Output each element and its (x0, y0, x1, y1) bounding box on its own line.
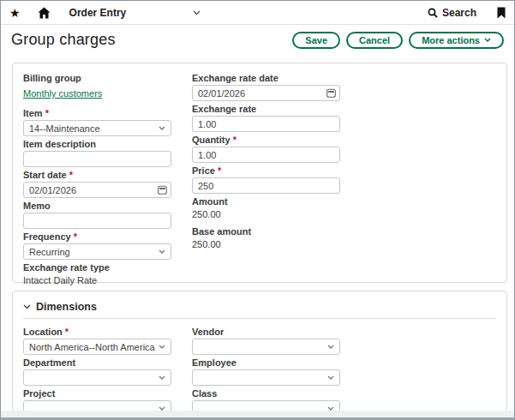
required-marker: * (65, 327, 69, 337)
frequency-select[interactable]: Recurring (23, 243, 171, 260)
item-select-value: 14--Maintenance (29, 123, 100, 134)
billing-group-field: Billing group Monthly customers (23, 72, 171, 105)
price-label: Price (192, 165, 215, 176)
amount-label: Amount (192, 196, 228, 207)
app-window: ★ Order Entry Search Group charges Save … (0, 0, 515, 420)
required-marker: * (69, 170, 73, 180)
item-label: Item (23, 108, 43, 118)
location-select[interactable]: North America--North America (23, 339, 171, 355)
employee-field: Employee (192, 357, 340, 386)
employee-label: Employee (192, 357, 237, 368)
exchange-rate-type-field: Exchange rate type Intacct Daily Rate (23, 261, 171, 286)
chevron-down-icon (193, 10, 201, 15)
item-description-field: Item description (23, 138, 171, 167)
class-label: Class (192, 388, 217, 399)
dimensions-panel: Dimensions Location* North America--Nort… (12, 291, 507, 411)
department-select[interactable] (23, 369, 171, 386)
chevron-down-icon (23, 304, 31, 309)
location-label: Location (23, 327, 63, 337)
frequency-field: Frequency* Recurring (23, 231, 171, 260)
base-amount-field: Base amount 250.00 (192, 225, 340, 250)
item-description-label: Item description (23, 139, 96, 149)
base-amount-label: Base amount (192, 226, 251, 237)
item-select[interactable]: 14--Maintenance (23, 120, 171, 136)
page-header: Group charges Save Cancel More actions (1, 25, 514, 53)
module-select-label: Order Entry (69, 7, 127, 19)
quantity-label: Quantity (192, 135, 231, 145)
charges-panel: Billing group Monthly customers Item* 14… (12, 63, 507, 283)
chevron-down-icon (159, 345, 165, 349)
search-icon (428, 8, 438, 18)
required-marker: * (45, 108, 49, 118)
department-label: Department (23, 357, 75, 368)
required-marker: * (218, 165, 221, 176)
calendar-icon[interactable] (158, 185, 167, 195)
dimensions-section-toggle[interactable]: Dimensions (23, 300, 496, 314)
start-date-label: Start date (23, 170, 67, 180)
location-select-value: North America--North America (29, 342, 155, 352)
project-label: Project (23, 388, 55, 399)
memo-input[interactable] (23, 213, 171, 229)
department-field: Department (23, 357, 171, 386)
search-button[interactable]: Search (428, 7, 476, 19)
vendor-select[interactable] (192, 339, 340, 355)
top-bar: ★ Order Entry Search (1, 1, 514, 25)
amount-field: Amount 250.00 (192, 195, 340, 220)
start-date-input[interactable] (23, 182, 171, 198)
quantity-field: Quantity* (192, 134, 340, 163)
amount-value: 250.00 (192, 208, 340, 220)
memo-field: Memo (23, 200, 171, 229)
dimensions-section-title: Dimensions (36, 301, 97, 313)
price-input[interactable] (192, 177, 340, 194)
save-button[interactable]: Save (292, 32, 340, 49)
cancel-button-label: Cancel (359, 35, 390, 45)
vendor-label: Vendor (192, 327, 224, 337)
frequency-label: Frequency (23, 231, 71, 242)
chevron-down-icon (327, 345, 334, 349)
base-amount-value: 250.00 (192, 238, 340, 250)
save-button-label: Save (305, 35, 327, 45)
exchange-rate-label: Exchange rate (192, 104, 256, 114)
item-field: Item* 14--Maintenance (23, 107, 171, 136)
more-actions-button[interactable]: More actions (409, 32, 504, 49)
billing-group-link[interactable]: Monthly customers (23, 87, 102, 99)
bookmark-icon[interactable] (497, 7, 506, 19)
exchange-rate-field: Exchange rate (192, 103, 340, 132)
cancel-button[interactable]: Cancel (346, 32, 403, 49)
employee-select[interactable] (192, 369, 340, 386)
exchange-rate-type-value: Intacct Daily Rate (23, 274, 171, 286)
more-actions-label: More actions (422, 35, 480, 45)
chevron-down-icon (159, 249, 165, 254)
page-title: Group charges (11, 31, 116, 49)
exchange-rate-type-label: Exchange rate type (23, 262, 110, 273)
required-marker: * (233, 135, 237, 145)
exchange-rate-date-label: Exchange rate date (192, 73, 278, 83)
memo-label: Memo (23, 201, 51, 211)
start-date-field: Start date* (23, 169, 171, 198)
module-select[interactable]: Order Entry (69, 7, 201, 19)
billing-group-label: Billing group (23, 73, 81, 83)
required-marker: * (74, 231, 77, 242)
exchange-rate-date-field: Exchange rate date (192, 72, 340, 101)
divider (23, 318, 496, 319)
chevron-down-icon (159, 126, 165, 130)
price-field: Price* (192, 165, 340, 194)
exchange-rate-date-input[interactable] (192, 85, 340, 101)
star-icon[interactable]: ★ (9, 7, 21, 19)
frequency-select-value: Recurring (29, 247, 70, 257)
chevron-down-icon (327, 375, 334, 380)
chevron-down-icon (484, 38, 491, 42)
search-label: Search (442, 7, 476, 19)
vendor-field: Vendor (192, 326, 340, 355)
home-icon[interactable] (38, 7, 51, 19)
quantity-input[interactable] (192, 147, 340, 163)
window-bottom-edge (1, 411, 514, 417)
calendar-icon[interactable] (326, 88, 336, 98)
chevron-down-icon (159, 375, 165, 380)
item-description-input[interactable] (23, 151, 171, 167)
exchange-rate-input[interactable] (192, 116, 340, 132)
location-field: Location* North America--North America (23, 326, 171, 355)
